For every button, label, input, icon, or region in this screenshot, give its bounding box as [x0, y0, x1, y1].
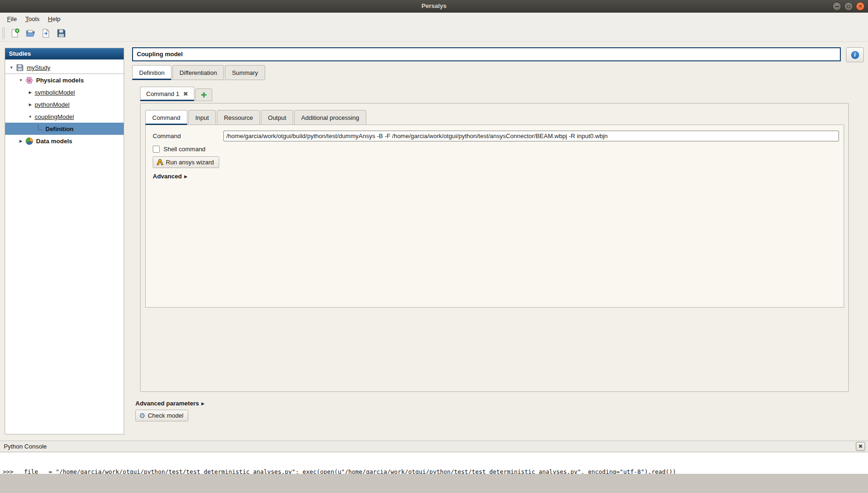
maximize-button[interactable] — [844, 2, 853, 11]
advanced-label: Advanced — [153, 173, 182, 180]
check-model-label: Check model — [148, 412, 183, 419]
save-icon — [56, 28, 67, 38]
import-script-button[interactable] — [39, 26, 53, 40]
tree-item-label: Physical models — [36, 77, 84, 84]
sidebar-item-definition[interactable]: Definition — [5, 123, 124, 135]
study-tree: ▼ myStudy ▼ — [5, 59, 124, 147]
close-button[interactable]: ✕ — [856, 2, 865, 11]
window-controls: ✕ — [832, 2, 865, 11]
python-console-header: Python Console ✖ — [0, 441, 868, 452]
tree-item-label: myStudy — [27, 64, 51, 71]
close-tab-icon[interactable]: ✖ — [183, 91, 188, 97]
main-panel: Coupling model i Definition Differentiat… — [130, 47, 864, 441]
sidebar-item-physical-models[interactable]: ▼ Physical models — [5, 74, 124, 86]
open-study-button[interactable] — [23, 26, 37, 40]
tab-additional-processing[interactable]: Additional processing — [294, 110, 366, 125]
atom-icon — [25, 76, 33, 84]
tab-output[interactable]: Output — [261, 110, 293, 125]
check-model-button[interactable]: ⚙ Check model — [135, 410, 188, 421]
content-area: Studies ▼ myStudy ▼ — [0, 42, 868, 441]
toolbar — [0, 25, 868, 42]
model-tabbar: Definition Differentiation Summary — [130, 65, 864, 80]
info-button[interactable]: i — [846, 47, 864, 62]
command-group-frame: Command Input Ressource Output Additiona… — [140, 103, 849, 392]
menu-tools[interactable]: Tools — [21, 14, 44, 24]
sidebar-item-pythonmodel[interactable]: ▶ pythonModel — [5, 98, 124, 110]
tab-input[interactable]: Input — [188, 110, 216, 125]
data-models-icon — [25, 137, 33, 145]
console-line: >>> __file__ = "/home/garcia/work/otgui/… — [3, 468, 866, 474]
chevron-right-icon: ▶ — [201, 401, 205, 406]
studies-header: Studies — [5, 48, 124, 59]
tab-ressource[interactable]: Ressource — [217, 110, 260, 125]
command-input[interactable] — [223, 131, 839, 141]
new-study-button[interactable] — [8, 26, 22, 40]
expander-icon[interactable]: ▼ — [28, 115, 33, 119]
advanced-toggle[interactable]: Advanced ▶ — [153, 173, 839, 180]
chevron-right-icon: ▶ — [184, 174, 187, 179]
command-tab-page: Command Shell command — [145, 125, 844, 308]
run-ansys-wizard-label: Run ansys wizard — [166, 159, 214, 166]
add-command-tab-button[interactable]: ✚ — [195, 88, 213, 101]
python-console-title: Python Console — [4, 443, 856, 450]
sidebar-item-mystudy[interactable]: ▼ myStudy — [5, 62, 124, 74]
shell-command-label: Shell command — [163, 146, 206, 153]
bottom-strip — [0, 474, 868, 493]
expander-icon[interactable]: ▶ — [18, 139, 23, 143]
expander-icon[interactable]: ▶ — [28, 90, 33, 95]
command-label: Command — [153, 132, 223, 140]
advanced-parameters-toggle[interactable]: Advanced parameters ▶ — [135, 400, 864, 407]
study-icon — [16, 64, 24, 72]
ansys-logo-icon — [156, 159, 163, 166]
expander-icon[interactable]: ▼ — [18, 78, 23, 82]
menu-help[interactable]: Help — [44, 14, 65, 24]
tree-item-label: couplingModel — [35, 113, 74, 120]
tree-item-label: Definition — [45, 125, 74, 132]
info-icon: i — [851, 51, 859, 59]
menu-file[interactable]: File — [3, 14, 21, 24]
import-script-icon — [41, 28, 51, 38]
tree-item-label: symbolicModel — [35, 89, 75, 96]
close-icon: ✕ — [858, 4, 862, 9]
model-title-row: Coupling model i — [130, 47, 864, 62]
tree-item-label: pythonModel — [35, 101, 69, 108]
console-close-button[interactable]: ✖ — [856, 442, 865, 451]
expander-icon[interactable]: ▶ — [28, 103, 33, 107]
gear-icon: ⚙ — [139, 412, 145, 419]
sidebar-item-couplingmodel[interactable]: ▼ couplingModel — [5, 110, 124, 123]
titlebar: Persalys ✕ — [0, 0, 868, 13]
save-button[interactable] — [54, 26, 68, 40]
tab-summary[interactable]: Summary — [225, 65, 265, 80]
tab-differentiation[interactable]: Differentiation — [172, 65, 224, 80]
sidebar-item-symbolicmodel[interactable]: ▶ symbolicModel — [5, 86, 124, 98]
window-title: Persalys — [0, 0, 868, 12]
new-study-icon — [10, 28, 20, 38]
tree-item-label: Data models — [36, 138, 72, 145]
tab-command[interactable]: Command — [145, 110, 187, 125]
advanced-parameters-label: Advanced parameters — [135, 400, 199, 407]
minimize-button[interactable] — [832, 2, 841, 11]
expander-icon[interactable]: ▼ — [9, 66, 14, 70]
studies-sidebar: Studies ▼ myStudy ▼ — [5, 48, 124, 434]
toolbar-grip — [2, 27, 5, 39]
tab-command-1[interactable]: Command 1 ✖ — [140, 87, 194, 101]
plus-icon: ✚ — [201, 91, 207, 99]
command-tabbar: Command 1 ✖ ✚ — [140, 87, 864, 101]
command-inner-tabbar: Command Input Ressource Output Additiona… — [145, 110, 848, 125]
command-tab-label: Command 1 — [146, 90, 179, 97]
run-ansys-wizard-button[interactable]: Run ansys wizard — [153, 156, 219, 168]
persalys-window: Persalys ✕ File Tools Help — [0, 0, 868, 493]
command-form-row: Command — [153, 130, 839, 141]
minimize-icon — [835, 6, 839, 7]
maximize-icon — [847, 5, 850, 8]
shell-command-checkbox[interactable] — [153, 146, 160, 153]
python-console[interactable]: >>> __file__ = "/home/garcia/work/otgui/… — [0, 452, 868, 474]
open-study-icon — [25, 28, 36, 38]
tab-definition[interactable]: Definition — [132, 65, 171, 80]
close-icon: ✖ — [858, 443, 862, 449]
shell-command-row: Shell command — [153, 146, 839, 153]
menubar: File Tools Help — [0, 13, 868, 25]
page-title: Coupling model — [132, 47, 841, 61]
tree-branch-icon — [38, 125, 43, 130]
sidebar-item-data-models[interactable]: ▶ Data models — [5, 135, 124, 147]
